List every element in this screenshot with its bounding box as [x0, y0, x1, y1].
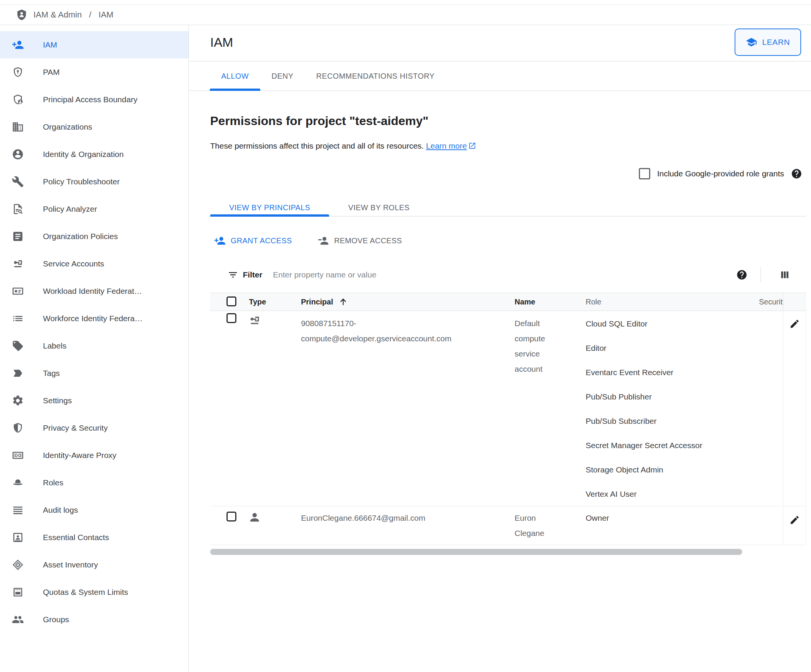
column-display-icon[interactable] [779, 269, 791, 280]
learn-button[interactable]: LEARN [735, 29, 801, 56]
sidebar-item-roles[interactable]: Roles [0, 469, 188, 496]
nested-diamonds-icon [12, 559, 24, 571]
role-item: Pub/Sub Publisher [585, 385, 757, 409]
role-item: Owner [585, 506, 757, 530]
sidebar-item-label: Workforce Identity Federa… [43, 314, 146, 323]
sidebar-item-organization-policies[interactable]: Organization Policies [0, 223, 188, 250]
learn-button-label: LEARN [762, 37, 790, 47]
sidebar-item-principal-access-boundary[interactable]: Principal Access Boundary [0, 86, 188, 113]
role-item: Vertex AI User [585, 482, 757, 506]
tab-recommendations-history[interactable]: RECOMMENDATIONS HISTORY [305, 61, 446, 90]
include-google-roles-checkbox[interactable] [639, 168, 650, 180]
contact-card-icon [12, 531, 24, 543]
pinned-edit-cell [783, 311, 806, 506]
sidebar-item-label: IAM [43, 40, 61, 49]
column-header-type: Type [249, 293, 266, 311]
hat-icon [12, 477, 24, 489]
sidebar-item-asset-inventory[interactable]: Asset Inventory [0, 551, 188, 579]
sidebar-item-label: Organization Policies [43, 232, 122, 241]
pinned-column-header [783, 293, 806, 311]
filter-input[interactable] [273, 270, 736, 279]
price-tag-icon [12, 340, 24, 352]
sidebar-item-service-accounts[interactable]: Service Accounts [0, 250, 188, 277]
permissions-panel: Permissions for project "test-aidemy" Th… [210, 91, 806, 672]
sidebar-item-workforce-identity-federation[interactable]: Workforce Identity Federa… [0, 305, 188, 332]
edit-principal-icon[interactable] [789, 515, 800, 525]
sidebar-item-audit-logs[interactable]: Audit logs [0, 496, 188, 524]
filter-icon [227, 270, 238, 280]
remove-access-button[interactable]: REMOVE ACCESS [317, 235, 402, 247]
sidebar-item-quotas[interactable]: Quotas & System Limits [0, 579, 188, 606]
sidebar-item-label: Policy Troubleshooter [43, 177, 124, 186]
shield-key-icon [12, 66, 24, 78]
sidebar-item-identity-aware-proxy[interactable]: Identity-Aware Proxy [0, 442, 188, 469]
tab-view-by-roles[interactable]: VIEW BY ROLES [329, 199, 429, 216]
filter-help-icon[interactable] [736, 269, 748, 280]
filter-bar: Filter [210, 266, 806, 283]
role-item: Cloud SQL Editor [585, 312, 757, 336]
calendar-box-icon [12, 586, 24, 598]
service-account-icon [248, 314, 261, 327]
sidebar-item-policy-troubleshooter[interactable]: Policy Troubleshooter [0, 168, 188, 195]
label-arrow-icon [12, 367, 24, 379]
role-item: Editor [585, 336, 757, 360]
learn-more-link[interactable]: Learn more [426, 141, 476, 150]
grant-access-button[interactable]: GRANT ACCESS [214, 235, 292, 247]
view-tabs: VIEW BY PRINCIPALS VIEW BY ROLES [210, 199, 806, 217]
breadcrumb-product[interactable]: IAM & Admin [34, 10, 82, 20]
breadcrumb-separator: / [89, 10, 91, 20]
sidebar-item-pam[interactable]: PAM [0, 59, 188, 86]
sidebar-item-label: Workload Identity Federat… [43, 287, 146, 296]
sidebar-item-label: Quotas & System Limits [43, 588, 132, 597]
help-icon[interactable] [791, 168, 802, 180]
tab-deny[interactable]: DENY [260, 61, 305, 90]
select-all-checkbox[interactable] [227, 297, 236, 306]
sidebar-item-label: Identity-Aware Proxy [43, 451, 120, 460]
sidebar-item-label: Policy Analyzer [43, 204, 101, 214]
column-header-label: Principal [301, 298, 333, 306]
sidebar-item-label: Principal Access Boundary [43, 95, 141, 104]
column-header-role: Role [585, 293, 601, 311]
column-header-principal[interactable]: Principal [301, 293, 348, 311]
role-item: Secret Manager Secret Accessor [585, 433, 757, 458]
sidebar-item-workload-identity-federation[interactable]: Workload Identity Federat… [0, 277, 188, 305]
sidebar-item-organizations[interactable]: Organizations [0, 113, 188, 141]
roles-cell: Cloud SQL Editor Editor Eventarc Event R… [585, 312, 757, 506]
badge-card-icon [12, 285, 24, 297]
shield-person-icon [12, 93, 24, 106]
sidebar-item-label: Identity & Organization [43, 150, 127, 159]
wrench-icon [12, 176, 24, 188]
sidebar-item-settings[interactable]: Settings [0, 387, 188, 414]
tab-allow[interactable]: ALLOW [210, 61, 260, 90]
row-checkbox[interactable] [227, 313, 236, 323]
tab-view-by-principals[interactable]: VIEW BY PRINCIPALS [210, 199, 329, 216]
sidebar-item-iam[interactable]: IAM [0, 31, 188, 59]
sidebar-item-label: PAM [43, 68, 63, 77]
divider [760, 267, 761, 283]
page-title: IAM [210, 35, 233, 50]
role-item: Eventarc Event Receiver [585, 360, 757, 385]
remove-access-label: REMOVE ACCESS [334, 236, 402, 245]
sidebar-item-essential-contacts[interactable]: Essential Contacts [0, 524, 188, 551]
access-actions: GRANT ACCESS REMOVE ACCESS [214, 232, 402, 249]
document-icon [12, 230, 24, 243]
sidebar-item-policy-analyzer[interactable]: Policy Analyzer [0, 195, 188, 223]
person-add-icon [12, 39, 24, 51]
sidebar-item-label: Organizations [43, 122, 96, 132]
sidebar-item-labels[interactable]: Labels [0, 332, 188, 360]
sidebar-item-identity-organization[interactable]: Identity & Organization [0, 141, 188, 168]
sidebar-item-tags[interactable]: Tags [0, 360, 188, 387]
horizontal-scrollbar-thumb[interactable] [210, 549, 742, 555]
shield-half-icon [12, 422, 24, 434]
sidebar-item-label: Privacy & Security [43, 423, 111, 433]
edit-principal-icon[interactable] [789, 319, 800, 329]
permissions-description: These permissions affect this project an… [210, 141, 476, 151]
tab-label: ALLOW [221, 72, 249, 81]
doc-search-icon [12, 203, 24, 215]
role-item: Storage Object Admin [585, 458, 757, 482]
sidebar-item-groups[interactable]: Groups [0, 606, 188, 633]
sidebar-item-label: Roles [43, 478, 67, 487]
sidebar-item-label: Groups [43, 615, 73, 624]
sidebar-item-privacy-security[interactable]: Privacy & Security [0, 414, 188, 442]
row-checkbox[interactable] [227, 512, 236, 521]
